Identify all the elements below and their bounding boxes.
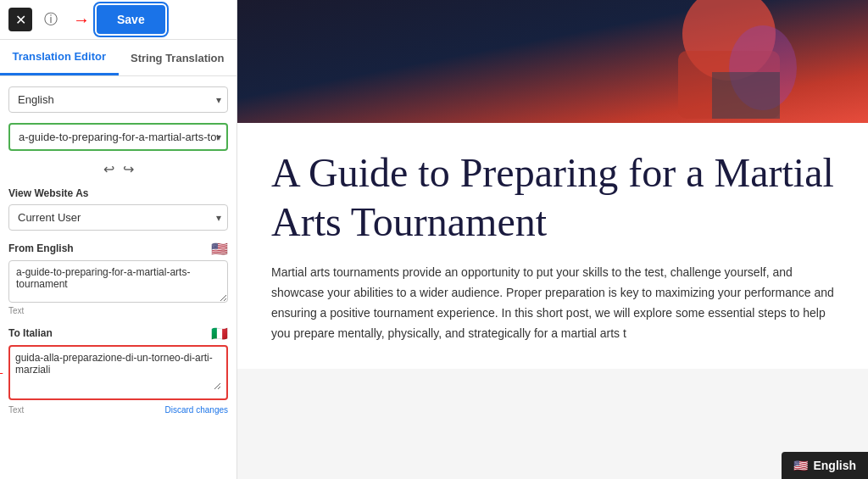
language-select[interactable]: English bbox=[8, 86, 228, 113]
to-label: To Italian bbox=[8, 327, 53, 339]
save-button[interactable]: Save bbox=[97, 5, 165, 34]
to-header: To Italian 🇮🇹 bbox=[8, 326, 228, 342]
left-panel: ✕ ⓘ → Save Translation Editor String Tra… bbox=[0, 0, 237, 479]
from-section: From English 🇺🇸 Text bbox=[8, 241, 228, 315]
post-select-wrapper: a-guide-to-preparing-for-a-martial-arts-… bbox=[8, 123, 228, 151]
to-section: To Italian 🇮🇹 ← Text Discard changes bbox=[8, 326, 228, 415]
undo-redo-toolbar: ↩ ↪ bbox=[8, 161, 228, 177]
discard-changes-link[interactable]: Discard changes bbox=[165, 405, 228, 415]
view-as-select-wrapper: Current User bbox=[8, 204, 228, 231]
undo-button[interactable]: ↩ bbox=[103, 161, 114, 177]
to-textarea[interactable] bbox=[15, 352, 221, 390]
language-badge[interactable]: 🇺🇸 English bbox=[782, 452, 868, 479]
badge-flag: 🇺🇸 bbox=[793, 459, 808, 472]
red-arrow-indicator: ← bbox=[0, 362, 7, 384]
arrow-indicator: → bbox=[73, 10, 90, 30]
to-footer: Text Discard changes bbox=[8, 405, 228, 415]
tab-translation-editor[interactable]: Translation Editor bbox=[0, 40, 119, 75]
from-type-label: Text bbox=[8, 306, 228, 315]
panel-content: English a-guide-to-preparing-for-a-marti… bbox=[0, 76, 236, 425]
from-header: From English 🇺🇸 bbox=[8, 241, 228, 257]
article-body: Martial arts tournaments provide an oppo… bbox=[271, 263, 834, 343]
info-button[interactable]: ⓘ bbox=[39, 8, 63, 31]
redo-button[interactable]: ↪ bbox=[123, 161, 134, 177]
tabs-container: Translation Editor String Translation bbox=[0, 40, 236, 76]
to-flag: 🇮🇹 bbox=[211, 326, 228, 342]
top-bar: ✕ ⓘ → Save bbox=[0, 0, 236, 40]
from-label: From English bbox=[8, 242, 74, 254]
article-section: A Guide to Preparing for a Martial Arts … bbox=[237, 123, 868, 369]
tab-string-translation[interactable]: String Translation bbox=[119, 40, 237, 75]
view-as-select[interactable]: Current User bbox=[8, 204, 228, 231]
close-button[interactable]: ✕ bbox=[8, 8, 32, 31]
to-textarea-wrapper: ← bbox=[8, 345, 228, 400]
from-flag: 🇺🇸 bbox=[211, 241, 228, 257]
view-website-label: View Website As bbox=[8, 187, 228, 199]
article-title: A Guide to Preparing for a Martial Arts … bbox=[271, 148, 834, 246]
language-select-wrapper: English bbox=[8, 86, 228, 113]
main-content: A Guide to Preparing for a Martial Arts … bbox=[237, 0, 868, 479]
to-type-label: Text bbox=[8, 405, 24, 415]
hero-image bbox=[237, 0, 868, 123]
badge-label: English bbox=[813, 459, 856, 472]
from-textarea[interactable] bbox=[8, 260, 228, 303]
svg-rect-4 bbox=[712, 72, 780, 119]
post-select[interactable]: a-guide-to-preparing-for-a-martial-arts-… bbox=[8, 123, 228, 151]
view-website-as-section: View Website As Current User bbox=[8, 187, 228, 231]
